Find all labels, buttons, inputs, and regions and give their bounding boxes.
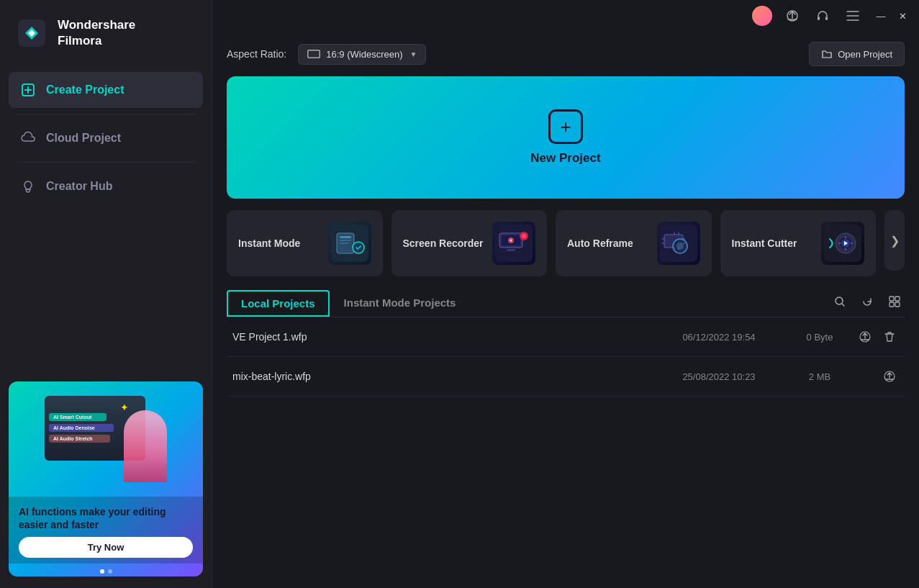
nav-divider-1 xyxy=(17,114,194,114)
sidebar-banner: AI Smart Cutout AI Audio Denoise AI Audi… xyxy=(9,381,203,576)
instant-cutter-label: Instant Cutter xyxy=(732,238,797,249)
svg-rect-4 xyxy=(825,17,828,20)
search-icon[interactable] xyxy=(830,291,850,312)
new-project-banner[interactable]: + New Project xyxy=(227,76,905,199)
titlebar: — ✕ xyxy=(212,0,919,32)
sidebar-item-creator-hub[interactable]: Creator Hub xyxy=(9,168,203,204)
project-upload-button[interactable] xyxy=(880,367,899,386)
instant-mode-label: Instant Mode xyxy=(238,238,300,249)
more-modes-button[interactable]: ❯ xyxy=(884,210,905,271)
sidebar-item-cloud-project[interactable]: Cloud Project xyxy=(9,120,203,156)
project-upload-button[interactable] xyxy=(856,327,874,346)
new-project-plus-icon: + xyxy=(548,109,583,144)
svg-rect-31 xyxy=(889,302,894,307)
svg-point-22 xyxy=(676,243,684,250)
instant-mode-icon xyxy=(328,222,371,265)
headphones-icon[interactable] xyxy=(812,6,833,26)
user-avatar[interactable] xyxy=(752,6,772,26)
svg-rect-8 xyxy=(340,236,351,238)
project-size: 2 MB xyxy=(784,371,856,382)
mode-card-instant-cutter[interactable]: Instant Cutter xyxy=(720,210,877,276)
tabs-row: Local Projects Instant Mode Projects xyxy=(227,289,905,317)
window-controls: — ✕ xyxy=(876,11,907,21)
banner-image: AI Smart Cutout AI Audio Denoise AI Audi… xyxy=(9,381,203,497)
table-row[interactable]: mix-beat-lyric.wfp 25/08/2022 10:23 2 MB xyxy=(227,357,905,397)
screen-recorder-icon xyxy=(492,222,535,265)
aspect-ratio-value: 16:9 (Widescreen) xyxy=(326,49,402,60)
project-delete-button[interactable] xyxy=(880,327,899,346)
project-name: mix-beat-lyric.wfp xyxy=(232,371,654,382)
sidebar-item-create-project[interactable]: Create Project xyxy=(9,72,203,108)
sidebar-nav: Create Project Cloud Project Creator Hub xyxy=(0,66,212,210)
mode-card-instant-mode[interactable]: Instant Mode xyxy=(227,210,383,276)
instant-cutter-icon xyxy=(821,222,864,265)
logo-text: Wondershare Filmora xyxy=(58,17,135,49)
auto-reframe-label: Auto Reframe xyxy=(567,238,633,249)
project-date: 25/08/2022 10:23 xyxy=(654,371,784,382)
svg-rect-16 xyxy=(507,249,515,251)
bulb-icon xyxy=(20,178,36,194)
svg-rect-5 xyxy=(308,50,320,58)
projects-list: VE Project 1.wfp 06/12/2022 19:54 0 Byte xyxy=(227,317,905,397)
svg-rect-10 xyxy=(340,243,348,244)
tab-local-projects[interactable]: Local Projects xyxy=(227,290,330,317)
svg-rect-29 xyxy=(889,297,894,301)
new-project-label: New Project xyxy=(530,151,600,166)
app-logo: Wondershare Filmora xyxy=(0,0,212,66)
create-project-icon xyxy=(20,82,36,98)
banner-dots xyxy=(9,564,203,576)
banner-dot-2 xyxy=(108,569,112,574)
auto-reframe-icon xyxy=(657,222,700,265)
banner-try-now-button[interactable]: Try Now xyxy=(19,537,193,558)
screen-recorder-label: Screen Recorder xyxy=(403,238,484,249)
content-area: Aspect Ratio: 16:9 (Widescreen) ▼ Open P… xyxy=(212,32,919,588)
svg-rect-3 xyxy=(818,17,820,20)
open-project-button[interactable]: Open Project xyxy=(809,42,905,66)
banner-title: AI functions make your editing easier an… xyxy=(19,505,193,531)
create-project-label: Create Project xyxy=(46,83,125,96)
svg-point-18 xyxy=(522,234,526,238)
banner-dot-1 xyxy=(100,569,104,574)
cloud-icon xyxy=(20,130,36,146)
table-row[interactable]: VE Project 1.wfp 06/12/2022 19:54 0 Byte xyxy=(227,317,905,357)
upload-icon[interactable] xyxy=(782,6,802,26)
logo-icon xyxy=(14,16,49,50)
svg-rect-30 xyxy=(895,297,900,301)
project-actions xyxy=(856,367,899,386)
main-area: — ✕ Aspect Ratio: 16:9 (Widescreen) ▼ xyxy=(212,0,919,588)
creator-hub-label: Creator Hub xyxy=(46,180,112,193)
project-size: 0 Byte xyxy=(784,332,856,343)
aspect-ratio-label: Aspect Ratio: xyxy=(227,48,286,60)
tabs-actions xyxy=(830,291,905,315)
menu-icon[interactable] xyxy=(843,6,863,26)
mode-card-screen-recorder[interactable]: Screen Recorder xyxy=(391,210,548,276)
close-button[interactable]: ✕ xyxy=(897,11,907,21)
top-bar: Aspect Ratio: 16:9 (Widescreen) ▼ Open P… xyxy=(227,32,905,76)
svg-rect-32 xyxy=(895,302,900,307)
aspect-ratio-dropdown[interactable]: 16:9 (Widescreen) ▼ xyxy=(298,44,426,65)
svg-rect-9 xyxy=(340,240,351,241)
project-name: VE Project 1.wfp xyxy=(232,331,654,343)
cloud-project-label: Cloud Project xyxy=(46,132,121,145)
minimize-button[interactable]: — xyxy=(876,11,886,21)
mode-card-auto-reframe[interactable]: Auto Reframe xyxy=(556,210,712,276)
grid-view-icon[interactable] xyxy=(884,291,905,312)
banner-text-area: AI functions make your editing easier an… xyxy=(9,497,203,564)
tab-instant-mode-projects[interactable]: Instant Mode Projects xyxy=(330,289,471,317)
refresh-icon[interactable] xyxy=(857,291,877,312)
chevron-down-icon: ▼ xyxy=(409,50,417,58)
project-date: 06/12/2022 19:54 xyxy=(654,332,784,343)
sidebar: Wondershare Filmora Create Project Cloud… xyxy=(0,0,212,588)
project-actions xyxy=(856,327,899,346)
nav-divider-2 xyxy=(17,162,194,163)
